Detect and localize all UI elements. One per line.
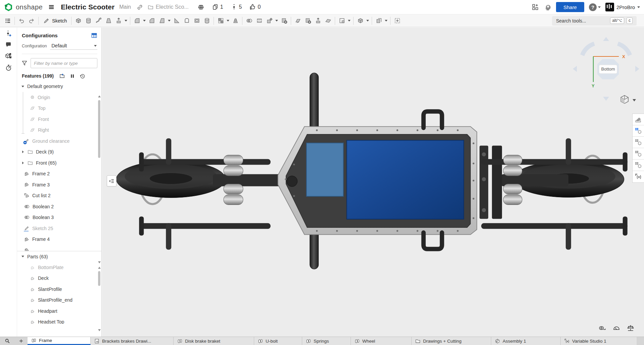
scroll-down-arrow[interactable]	[98, 329, 101, 331]
likes-stat[interactable]: 0	[249, 4, 261, 10]
document-title[interactable]: Electric Scooter	[61, 3, 114, 11]
thicken-icon[interactable]	[113, 16, 124, 26]
plane-caret-icon[interactable]	[347, 16, 352, 26]
modify-fillet-caret-icon[interactable]	[365, 16, 370, 26]
filter-input[interactable]	[31, 58, 97, 68]
parts-group-header[interactable]: Parts (63)	[17, 251, 101, 262]
comments-icon[interactable]	[0, 39, 17, 50]
view-options-cube-icon[interactable]	[621, 95, 636, 103]
workspace-name[interactable]: Main	[119, 4, 131, 10]
feature-item-sketch-25[interactable]: Sketch 25	[17, 223, 101, 234]
stem-hole[interactable]	[287, 176, 297, 187]
feature-item-front-plane[interactable]: Front	[17, 114, 101, 125]
user-menu[interactable]: 2ProBro	[605, 3, 640, 11]
rib-icon[interactable]	[172, 16, 182, 26]
pattern-caret-icon[interactable]	[226, 16, 230, 26]
custom-feature-icon[interactable]	[392, 16, 402, 26]
plane-icon[interactable]	[337, 16, 347, 26]
front-wheel[interactable]	[116, 161, 226, 198]
part-item-slantprofile[interactable]: SlantProfile	[17, 284, 101, 295]
share-button[interactable]: Share	[556, 2, 584, 12]
thread-icon[interactable]	[202, 16, 212, 26]
move-face-icon[interactable]	[293, 16, 303, 26]
view-cube[interactable]: Bottom X Y	[567, 31, 644, 112]
frame-panel-icon[interactable]	[633, 148, 644, 160]
feature-item-ground-clearance[interactable]: Ground clearance	[17, 136, 101, 147]
delete-part-icon[interactable]	[279, 16, 289, 26]
loft-icon[interactable]	[103, 16, 113, 26]
mirror-icon[interactable]	[230, 16, 240, 26]
battery-pack[interactable]	[347, 140, 464, 219]
linear-pattern-icon[interactable]	[216, 16, 226, 26]
scroll-thumb[interactable]	[98, 100, 100, 158]
scroll-up-arrow[interactable]	[98, 95, 101, 97]
versions-stat[interactable]: 5	[231, 4, 242, 10]
collapse-caret-icon[interactable]	[21, 150, 25, 153]
modify-fillet-icon[interactable]	[355, 16, 365, 26]
draft-caret-icon[interactable]	[167, 16, 172, 26]
copies-stat[interactable]: 1	[212, 4, 223, 10]
sketch-button[interactable]: Sketch	[40, 16, 70, 26]
tab-frame[interactable]: Frame	[28, 337, 91, 345]
part-item-slantprofile-end[interactable]: SlantProfile_end	[17, 295, 101, 306]
expand-caret-icon[interactable]	[21, 86, 25, 87]
filter-icon[interactable]	[21, 60, 28, 67]
sweep-icon[interactable]	[93, 16, 103, 26]
chamfer-icon[interactable]	[147, 16, 157, 26]
feature-list-toggle-icon[interactable]	[3, 16, 13, 26]
new-tab-button[interactable]	[15, 337, 28, 345]
offset-surface-icon[interactable]	[323, 16, 333, 26]
mass-properties-icon[interactable]	[627, 324, 635, 332]
composite-part-icon[interactable]	[374, 16, 384, 26]
part-item-deck[interactable]: Deck	[17, 273, 101, 284]
hole-panel-icon[interactable]	[633, 160, 644, 171]
cut-list-panel-icon[interactable]	[633, 137, 644, 148]
expand-caret-icon[interactable]	[21, 256, 25, 257]
learning-center-icon[interactable]	[0, 50, 17, 62]
rear-brackets[interactable]	[479, 146, 502, 219]
tab-disk-brake-braket[interactable]: Disk brake braket	[174, 337, 254, 345]
fillet-icon[interactable]	[132, 16, 142, 26]
add-folder-icon[interactable]	[59, 73, 65, 79]
feature-item-frame-2[interactable]: Frame 2	[17, 168, 101, 179]
parts-scrollbar[interactable]	[97, 267, 101, 333]
boolean-icon[interactable]	[244, 16, 254, 26]
transform-caret-icon[interactable]	[274, 16, 279, 26]
configuration-select[interactable]: Default	[50, 43, 97, 50]
appearance-panel-icon[interactable]	[633, 114, 644, 125]
onshape-logo[interactable]: onshape	[4, 3, 43, 12]
tab-brackets-brakes-drawing[interactable]: Brackets brakes Drawi...	[91, 337, 174, 345]
configuration-panel-icon[interactable]	[633, 125, 644, 137]
app-store-icon[interactable]	[532, 3, 539, 11]
feature-item-top-plane[interactable]: Top	[17, 103, 101, 114]
thicken-caret-icon[interactable]	[124, 16, 128, 26]
document-location[interactable]: Electric Sco...	[147, 4, 189, 10]
split-icon[interactable]	[254, 16, 264, 26]
rollback-history-icon[interactable]	[79, 73, 86, 79]
collapse-panel-handle[interactable]	[107, 175, 117, 186]
search-tools[interactable]: Search tools... alt/⌥ c	[552, 16, 637, 26]
front-axle[interactable]	[213, 174, 285, 186]
tab-assembly-1[interactable]: Assembly 1	[491, 337, 561, 345]
tab-variable-studio-1[interactable]: Variable Studio 1	[561, 337, 637, 345]
tab-wheel[interactable]: Wheel	[351, 337, 412, 345]
part-item-headset-top[interactable]: Headset Top	[17, 316, 101, 324]
redo-icon[interactable]	[27, 16, 37, 26]
feature-folder-front[interactable]: Front (65)	[17, 158, 101, 169]
share-link-icon[interactable]	[136, 4, 143, 11]
fillet-caret-icon[interactable]	[142, 16, 147, 26]
main-menu-icon[interactable]	[48, 4, 55, 10]
replace-face-icon[interactable]	[313, 16, 323, 26]
performance-icon[interactable]	[0, 62, 17, 73]
measure-icon[interactable]	[598, 324, 606, 332]
search-tabs-icon[interactable]	[0, 337, 15, 345]
tab-u-bolt[interactable]: U-bolt	[254, 337, 302, 345]
variables-panel-icon[interactable]	[633, 171, 644, 182]
feature-folder-deck[interactable]: Deck (9)	[17, 146, 101, 158]
delete-face-icon[interactable]	[303, 16, 313, 26]
part-item-bottomplate[interactable]: BottomPlate	[17, 262, 101, 273]
features-scrollbar[interactable]	[97, 95, 101, 263]
angle-icon[interactable]	[612, 324, 620, 332]
collapse-caret-icon[interactable]	[21, 162, 25, 164]
draft-icon[interactable]	[157, 16, 167, 26]
